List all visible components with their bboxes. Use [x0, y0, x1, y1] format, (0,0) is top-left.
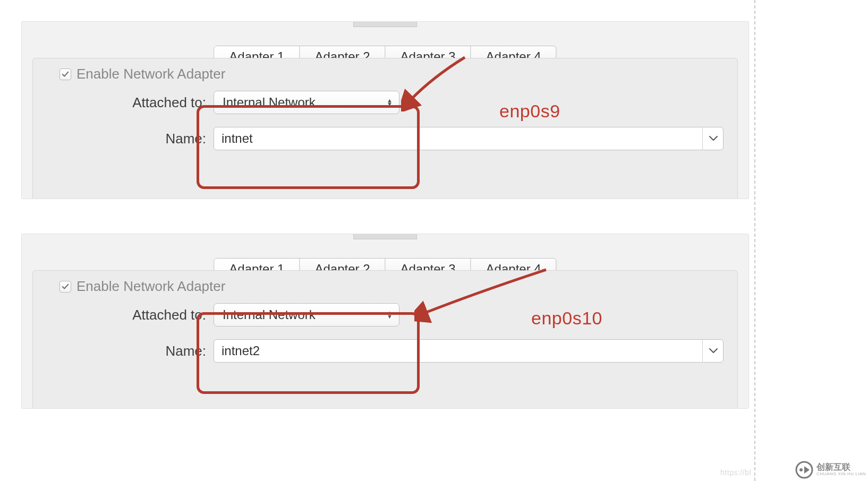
name-row: Name:	[33, 127, 737, 150]
name-label: Name:	[33, 131, 214, 147]
annotation-text: enp0s10	[531, 308, 602, 329]
enable-adapter-label: Enable Network Adapter	[76, 66, 225, 82]
attached-to-row: Attached to: Internal Network ▲▼	[33, 303, 737, 327]
enable-adapter-checkbox[interactable]	[59, 281, 71, 293]
name-combobox	[214, 339, 724, 363]
annotation-text: enp0s9	[499, 101, 560, 122]
name-combobox	[214, 127, 724, 150]
panel-notch	[353, 22, 417, 27]
check-icon	[62, 283, 69, 290]
name-dropdown-button[interactable]	[702, 127, 724, 150]
chevron-down-icon	[709, 136, 718, 141]
attached-to-label: Attached to:	[33, 95, 214, 111]
adapter-form: Enable Network Adapter Attached to: Inte…	[32, 270, 738, 408]
enable-adapter-row: Enable Network Adapter	[59, 278, 225, 295]
attached-to-select[interactable]: Internal Network ▲▼	[214, 303, 399, 327]
updown-caret-icon: ▲▼	[387, 99, 393, 106]
network-panel-3: Adapter 1 Adapter 2 Adapter 3 Adapter 4 …	[21, 21, 749, 199]
name-label: Name:	[33, 343, 214, 359]
faint-source-text: https://bl	[720, 468, 751, 477]
page-divider	[754, 0, 755, 481]
adapter-form: Enable Network Adapter Attached to: Inte…	[32, 58, 738, 199]
watermark-logo-icon	[795, 461, 813, 479]
attached-to-value: Internal Network	[223, 95, 316, 110]
enable-adapter-row: Enable Network Adapter	[59, 66, 225, 82]
attached-to-value: Internal Network	[223, 307, 316, 322]
attached-to-select[interactable]: Internal Network ▲▼	[214, 91, 399, 114]
name-dropdown-button[interactable]	[702, 339, 724, 363]
updown-caret-icon: ▲▼	[387, 311, 393, 319]
name-row: Name:	[33, 339, 737, 363]
svg-point-1	[799, 468, 803, 471]
name-input[interactable]	[214, 127, 724, 150]
attached-to-row: Attached to: Internal Network ▲▼	[33, 91, 737, 114]
watermark: 创新互联 CHUANG XIN HU LIAN	[795, 461, 866, 479]
check-icon	[62, 71, 69, 78]
enable-adapter-label: Enable Network Adapter	[76, 278, 225, 295]
enable-adapter-checkbox[interactable]	[59, 68, 71, 80]
watermark-subtext: CHUANG XIN HU LIAN	[816, 472, 866, 476]
network-panel-4: Adapter 1 Adapter 2 Adapter 3 Adapter 4 …	[21, 234, 749, 409]
panel-notch	[353, 234, 417, 239]
name-input[interactable]	[214, 339, 724, 363]
watermark-text: 创新互联	[816, 463, 866, 472]
attached-to-label: Attached to:	[33, 307, 214, 323]
chevron-down-icon	[709, 348, 718, 354]
